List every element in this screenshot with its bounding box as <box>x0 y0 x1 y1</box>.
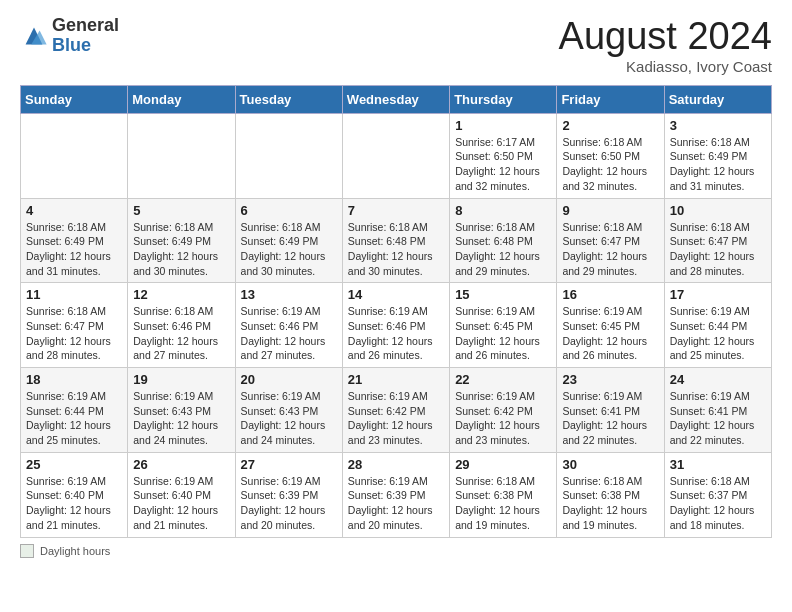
table-row: 10Sunrise: 6:18 AM Sunset: 6:47 PM Dayli… <box>664 198 771 283</box>
table-row: 28Sunrise: 6:19 AM Sunset: 6:39 PM Dayli… <box>342 452 449 537</box>
header-friday: Friday <box>557 85 664 113</box>
calendar-week-5: 25Sunrise: 6:19 AM Sunset: 6:40 PM Dayli… <box>21 452 772 537</box>
day-number: 4 <box>26 203 122 218</box>
day-number: 13 <box>241 287 337 302</box>
day-info: Sunrise: 6:19 AM Sunset: 6:42 PM Dayligh… <box>348 389 444 448</box>
day-info: Sunrise: 6:19 AM Sunset: 6:46 PM Dayligh… <box>241 304 337 363</box>
day-number: 11 <box>26 287 122 302</box>
table-row: 19Sunrise: 6:19 AM Sunset: 6:43 PM Dayli… <box>128 368 235 453</box>
day-number: 7 <box>348 203 444 218</box>
footer-note: Daylight hours <box>20 544 772 558</box>
day-number: 8 <box>455 203 551 218</box>
day-number: 21 <box>348 372 444 387</box>
day-number: 1 <box>455 118 551 133</box>
day-number: 23 <box>562 372 658 387</box>
day-info: Sunrise: 6:19 AM Sunset: 6:43 PM Dayligh… <box>133 389 229 448</box>
day-number: 30 <box>562 457 658 472</box>
day-number: 24 <box>670 372 766 387</box>
day-info: Sunrise: 6:18 AM Sunset: 6:49 PM Dayligh… <box>133 220 229 279</box>
day-info: Sunrise: 6:19 AM Sunset: 6:41 PM Dayligh… <box>670 389 766 448</box>
day-info: Sunrise: 6:19 AM Sunset: 6:42 PM Dayligh… <box>455 389 551 448</box>
table-row: 3Sunrise: 6:18 AM Sunset: 6:49 PM Daylig… <box>664 113 771 198</box>
logo-icon <box>20 22 48 50</box>
table-row: 2Sunrise: 6:18 AM Sunset: 6:50 PM Daylig… <box>557 113 664 198</box>
day-number: 12 <box>133 287 229 302</box>
day-number: 6 <box>241 203 337 218</box>
table-row: 7Sunrise: 6:18 AM Sunset: 6:48 PM Daylig… <box>342 198 449 283</box>
day-info: Sunrise: 6:18 AM Sunset: 6:37 PM Dayligh… <box>670 474 766 533</box>
header-saturday: Saturday <box>664 85 771 113</box>
day-info: Sunrise: 6:19 AM Sunset: 6:40 PM Dayligh… <box>133 474 229 533</box>
logo-general-text: General <box>52 16 119 36</box>
day-number: 18 <box>26 372 122 387</box>
calendar-header-row: Sunday Monday Tuesday Wednesday Thursday… <box>21 85 772 113</box>
table-row: 11Sunrise: 6:18 AM Sunset: 6:47 PM Dayli… <box>21 283 128 368</box>
day-number: 9 <box>562 203 658 218</box>
logo: General Blue <box>20 16 119 56</box>
daylight-legend-box <box>20 544 34 558</box>
table-row: 26Sunrise: 6:19 AM Sunset: 6:40 PM Dayli… <box>128 452 235 537</box>
calendar-week-3: 11Sunrise: 6:18 AM Sunset: 6:47 PM Dayli… <box>21 283 772 368</box>
calendar-table: Sunday Monday Tuesday Wednesday Thursday… <box>20 85 772 538</box>
day-info: Sunrise: 6:17 AM Sunset: 6:50 PM Dayligh… <box>455 135 551 194</box>
day-number: 14 <box>348 287 444 302</box>
calendar-week-4: 18Sunrise: 6:19 AM Sunset: 6:44 PM Dayli… <box>21 368 772 453</box>
calendar-week-2: 4Sunrise: 6:18 AM Sunset: 6:49 PM Daylig… <box>21 198 772 283</box>
day-info: Sunrise: 6:19 AM Sunset: 6:39 PM Dayligh… <box>348 474 444 533</box>
day-info: Sunrise: 6:19 AM Sunset: 6:41 PM Dayligh… <box>562 389 658 448</box>
table-row <box>342 113 449 198</box>
day-info: Sunrise: 6:19 AM Sunset: 6:40 PM Dayligh… <box>26 474 122 533</box>
table-row: 16Sunrise: 6:19 AM Sunset: 6:45 PM Dayli… <box>557 283 664 368</box>
day-info: Sunrise: 6:18 AM Sunset: 6:46 PM Dayligh… <box>133 304 229 363</box>
day-info: Sunrise: 6:19 AM Sunset: 6:44 PM Dayligh… <box>670 304 766 363</box>
table-row: 24Sunrise: 6:19 AM Sunset: 6:41 PM Dayli… <box>664 368 771 453</box>
day-number: 2 <box>562 118 658 133</box>
day-info: Sunrise: 6:19 AM Sunset: 6:46 PM Dayligh… <box>348 304 444 363</box>
header-tuesday: Tuesday <box>235 85 342 113</box>
calendar-week-1: 1Sunrise: 6:17 AM Sunset: 6:50 PM Daylig… <box>21 113 772 198</box>
table-row: 27Sunrise: 6:19 AM Sunset: 6:39 PM Dayli… <box>235 452 342 537</box>
day-number: 27 <box>241 457 337 472</box>
day-info: Sunrise: 6:19 AM Sunset: 6:45 PM Dayligh… <box>455 304 551 363</box>
day-number: 17 <box>670 287 766 302</box>
logo-text: General Blue <box>52 16 119 56</box>
header-thursday: Thursday <box>450 85 557 113</box>
header: General Blue August 2024 Kadiasso, Ivory… <box>20 16 772 75</box>
table-row: 13Sunrise: 6:19 AM Sunset: 6:46 PM Dayli… <box>235 283 342 368</box>
day-number: 25 <box>26 457 122 472</box>
day-info: Sunrise: 6:18 AM Sunset: 6:48 PM Dayligh… <box>348 220 444 279</box>
table-row: 9Sunrise: 6:18 AM Sunset: 6:47 PM Daylig… <box>557 198 664 283</box>
day-info: Sunrise: 6:18 AM Sunset: 6:49 PM Dayligh… <box>26 220 122 279</box>
day-info: Sunrise: 6:18 AM Sunset: 6:49 PM Dayligh… <box>670 135 766 194</box>
header-monday: Monday <box>128 85 235 113</box>
table-row: 17Sunrise: 6:19 AM Sunset: 6:44 PM Dayli… <box>664 283 771 368</box>
title-block: August 2024 Kadiasso, Ivory Coast <box>559 16 772 75</box>
day-number: 16 <box>562 287 658 302</box>
day-number: 28 <box>348 457 444 472</box>
table-row: 8Sunrise: 6:18 AM Sunset: 6:48 PM Daylig… <box>450 198 557 283</box>
day-number: 20 <box>241 372 337 387</box>
table-row: 25Sunrise: 6:19 AM Sunset: 6:40 PM Dayli… <box>21 452 128 537</box>
table-row: 5Sunrise: 6:18 AM Sunset: 6:49 PM Daylig… <box>128 198 235 283</box>
day-info: Sunrise: 6:19 AM Sunset: 6:45 PM Dayligh… <box>562 304 658 363</box>
day-number: 5 <box>133 203 229 218</box>
table-row <box>235 113 342 198</box>
month-title: August 2024 <box>559 16 772 58</box>
day-number: 29 <box>455 457 551 472</box>
table-row: 15Sunrise: 6:19 AM Sunset: 6:45 PM Dayli… <box>450 283 557 368</box>
day-info: Sunrise: 6:19 AM Sunset: 6:43 PM Dayligh… <box>241 389 337 448</box>
daylight-legend-label: Daylight hours <box>40 545 110 557</box>
day-number: 31 <box>670 457 766 472</box>
day-number: 26 <box>133 457 229 472</box>
day-number: 19 <box>133 372 229 387</box>
day-number: 22 <box>455 372 551 387</box>
day-number: 15 <box>455 287 551 302</box>
day-info: Sunrise: 6:18 AM Sunset: 6:47 PM Dayligh… <box>26 304 122 363</box>
table-row: 22Sunrise: 6:19 AM Sunset: 6:42 PM Dayli… <box>450 368 557 453</box>
header-sunday: Sunday <box>21 85 128 113</box>
table-row: 31Sunrise: 6:18 AM Sunset: 6:37 PM Dayli… <box>664 452 771 537</box>
day-number: 3 <box>670 118 766 133</box>
table-row: 18Sunrise: 6:19 AM Sunset: 6:44 PM Dayli… <box>21 368 128 453</box>
table-row: 20Sunrise: 6:19 AM Sunset: 6:43 PM Dayli… <box>235 368 342 453</box>
header-wednesday: Wednesday <box>342 85 449 113</box>
